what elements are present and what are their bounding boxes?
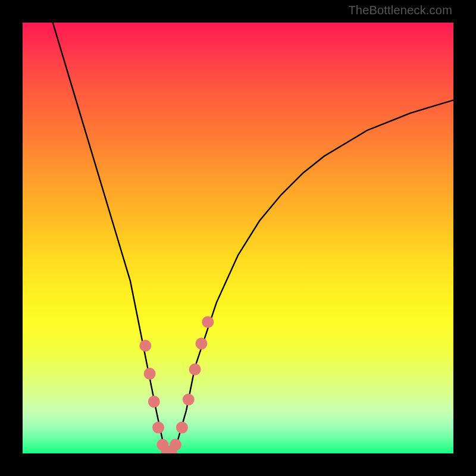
highlight-dot (170, 439, 181, 451)
highlight-dot (195, 337, 207, 349)
highlight-dot (189, 364, 201, 375)
plot-area (23, 23, 453, 453)
highlight-dot (202, 316, 214, 328)
chart-frame: TheBottleneck.com (0, 0, 476, 476)
highlight-dot (176, 422, 188, 434)
highlight-dot (139, 340, 151, 352)
highlight-dot (148, 396, 160, 408)
bottleneck-curve (53, 23, 453, 453)
highlight-dot (152, 422, 164, 434)
highlight-dot (144, 368, 156, 380)
highlight-dot (183, 394, 195, 406)
chart-overlay (23, 23, 453, 453)
watermark-text: TheBottleneck.com (348, 4, 452, 17)
